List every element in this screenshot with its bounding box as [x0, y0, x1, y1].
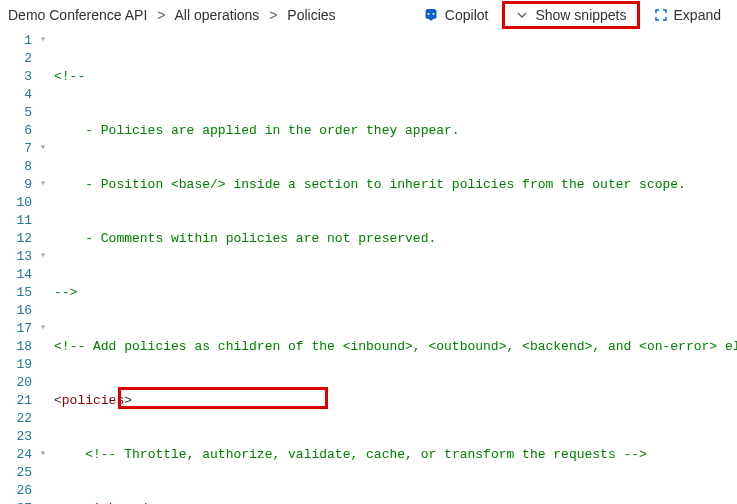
- fold-toggle-icon[interactable]: ▾: [40, 449, 50, 459]
- svg-point-0: [427, 13, 429, 15]
- line-number: 24: [0, 446, 32, 464]
- copilot-icon: [423, 7, 439, 23]
- code-content[interactable]: <!-- - Policies are applied in the order…: [54, 32, 737, 504]
- line-number: 25: [0, 464, 32, 482]
- line-number: 17: [0, 320, 32, 338]
- line-number: 16: [0, 302, 32, 320]
- breadcrumb-sep: >: [151, 7, 171, 23]
- breadcrumb-item-operations[interactable]: All operations: [175, 7, 260, 23]
- code-line: - Position <base/> inside a section to i…: [54, 176, 737, 194]
- line-number: 18: [0, 338, 32, 356]
- code-line: - Policies are applied in the order they…: [54, 122, 737, 140]
- fold-toggle-icon[interactable]: ▾: [40, 143, 50, 153]
- chevron-down-icon: [515, 8, 529, 22]
- copilot-label: Copilot: [445, 7, 489, 23]
- line-number: 21: [0, 392, 32, 410]
- code-line: - Comments within policies are not prese…: [54, 230, 737, 248]
- line-number: 4: [0, 86, 32, 104]
- fold-toggle-icon[interactable]: ▾: [40, 251, 50, 261]
- svg-point-1: [432, 13, 434, 15]
- code-line: <!-- Add policies as children of the <in…: [54, 338, 737, 356]
- line-number: 2: [0, 50, 32, 68]
- show-snippets-button[interactable]: Show snippets: [507, 4, 634, 26]
- line-number: 26: [0, 482, 32, 500]
- copilot-button[interactable]: Copilot: [415, 4, 497, 26]
- code-line: -->: [54, 284, 737, 302]
- line-number: 19: [0, 356, 32, 374]
- highlight-annotation: Show snippets: [502, 1, 639, 29]
- toolbar: Copilot Show snippets Expand: [415, 1, 729, 29]
- code-line: <!--: [54, 68, 737, 86]
- fold-toggle-icon[interactable]: ▾: [40, 35, 50, 45]
- line-number: 10: [0, 194, 32, 212]
- line-number: 27: [0, 500, 32, 504]
- breadcrumb: Demo Conference API > All operations > P…: [8, 7, 415, 23]
- line-number: 9: [0, 176, 32, 194]
- fold-toggle-icon[interactable]: ▾: [40, 323, 50, 333]
- breadcrumb-item-api[interactable]: Demo Conference API: [8, 7, 147, 23]
- breadcrumb-sep: >: [263, 7, 283, 23]
- expand-label: Expand: [674, 7, 721, 23]
- line-number: 5: [0, 104, 32, 122]
- fold-column: ▾ ▾ ▾ ▾ ▾ ▾: [40, 32, 54, 504]
- line-number: 8: [0, 158, 32, 176]
- line-number: 20: [0, 374, 32, 392]
- header-bar: Demo Conference API > All operations > P…: [0, 0, 737, 32]
- code-line: <policies>: [54, 392, 737, 410]
- code-line: <!-- Throttle, authorize, validate, cach…: [54, 446, 737, 464]
- expand-button[interactable]: Expand: [646, 4, 729, 26]
- line-number: 7: [0, 140, 32, 158]
- line-number: 1: [0, 32, 32, 50]
- line-number: 11: [0, 212, 32, 230]
- code-editor[interactable]: 1234567891011121314151617181920212223242…: [0, 32, 737, 504]
- show-snippets-label: Show snippets: [535, 7, 626, 23]
- line-number: 13: [0, 248, 32, 266]
- line-number: 14: [0, 266, 32, 284]
- line-number: 3: [0, 68, 32, 86]
- line-number: 6: [0, 122, 32, 140]
- breadcrumb-item-policies: Policies: [287, 7, 335, 23]
- line-gutter: 1234567891011121314151617181920212223242…: [0, 32, 40, 504]
- line-number: 15: [0, 284, 32, 302]
- fold-toggle-icon[interactable]: ▾: [40, 179, 50, 189]
- expand-icon: [654, 8, 668, 22]
- line-number: 22: [0, 410, 32, 428]
- line-number: 23: [0, 428, 32, 446]
- line-number: 12: [0, 230, 32, 248]
- code-line: <inbound>: [54, 500, 737, 504]
